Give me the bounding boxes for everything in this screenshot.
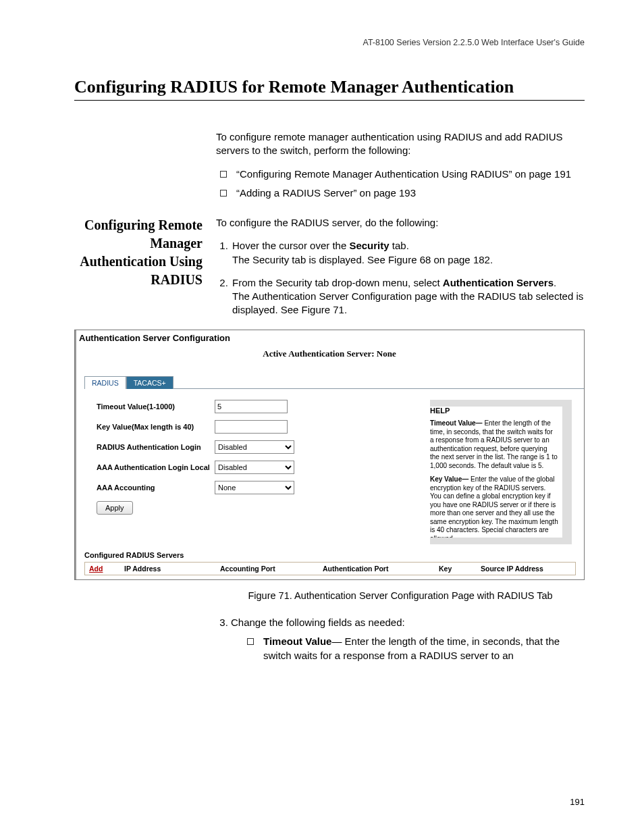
running-head: AT-8100 Series Version 2.2.5.0 Web Inter…	[74, 38, 585, 47]
aaa-auth-login-local-label: AAA Authentication Login Local	[97, 463, 215, 471]
step-bold: Security	[349, 240, 389, 251]
step-text: Hover the cursor over the	[232, 240, 349, 251]
step-text: tab.	[390, 240, 409, 251]
col-acct-port: Accounting Port	[216, 563, 319, 575]
intro-paragraph: To configure remote manager authenticati…	[216, 130, 585, 158]
help-text: Enter the value of the global encryption…	[430, 475, 558, 542]
step-item: Hover the cursor over the Security tab. …	[231, 239, 585, 267]
tab-radius[interactable]: RADIUS	[84, 376, 126, 389]
scrollbar-thumb[interactable]	[562, 415, 570, 436]
help-panel: HELP Timeout Value— Enter the length of …	[430, 400, 572, 544]
figure-caption: Figure 71. Authentication Server Configu…	[216, 590, 585, 603]
help-text: Enter the length of the time, in seconds…	[430, 419, 558, 469]
help-title: HELP	[430, 407, 558, 416]
aaa-accounting-label: AAA Accounting	[97, 484, 215, 492]
help-term: Key Value—	[430, 475, 471, 483]
timeout-input[interactable]	[215, 400, 288, 413]
field-note: Timeout Value— Enter the length of the t…	[247, 635, 585, 662]
page-number: 191	[570, 797, 585, 807]
step-text: Change the following fields as needed:	[231, 617, 405, 628]
step-sub: The Authentication Server Configuration …	[232, 290, 585, 317]
xref-item: “Configuring Remote Manager Authenticati…	[220, 167, 585, 181]
col-source-ip: Source IP Address	[477, 563, 575, 575]
section-title: Configuring RADIUS for Remote Manager Au…	[74, 77, 585, 101]
field-note-bold: Timeout Value	[263, 635, 331, 647]
step-bold: Authentication Servers	[443, 277, 554, 288]
xref-item: “Adding a RADIUS Server” on page 193	[220, 186, 585, 200]
radius-auth-login-select[interactable]: Disabled	[215, 440, 294, 454]
ui-screenshot: Authentication Server Configuration Acti…	[74, 330, 585, 580]
step-sub: The Security tab is displayed. See Figur…	[232, 253, 585, 267]
step-item: From the Security tab drop-down menu, se…	[231, 276, 585, 317]
aaa-auth-login-local-select[interactable]: Disabled	[215, 461, 294, 474]
step-text: .	[554, 277, 556, 288]
add-link[interactable]: Add	[85, 563, 120, 575]
tab-row: RADIUSTACACS+	[84, 375, 584, 389]
timeout-label: Timeout Value(1-1000)	[97, 402, 215, 411]
tab-tacacs[interactable]: TACACS+	[126, 376, 173, 389]
key-label: Key Value(Max length is 40)	[97, 423, 215, 431]
configured-servers-title: Configured RADIUS Servers	[84, 551, 576, 559]
radius-auth-login-label: RADIUS Authentication Login	[97, 443, 215, 451]
aaa-accounting-select[interactable]: None	[215, 481, 294, 494]
margin-heading: Configuring Remote Manager Authenticatio…	[74, 216, 203, 327]
panel-title: Authentication Server Configuration	[75, 330, 584, 344]
configured-servers-header: Add IP Address Accounting Port Authentic…	[84, 562, 576, 575]
apply-button[interactable]: Apply	[97, 501, 133, 515]
key-input[interactable]	[215, 420, 288, 434]
lead-paragraph: To configure the RADIUS server, do the f…	[216, 216, 585, 230]
margin-heading-col	[74, 130, 203, 211]
col-ip: IP Address	[120, 563, 216, 575]
step-text: From the Security tab drop-down menu, se…	[232, 277, 443, 288]
col-auth-port: Authentication Port	[319, 563, 435, 575]
help-term: Timeout Value—	[430, 419, 484, 427]
step-item: Change the following fields as needed: T…	[231, 616, 585, 662]
active-server-label: Active Authentication Server: None	[75, 344, 584, 370]
col-key: Key	[435, 563, 477, 575]
